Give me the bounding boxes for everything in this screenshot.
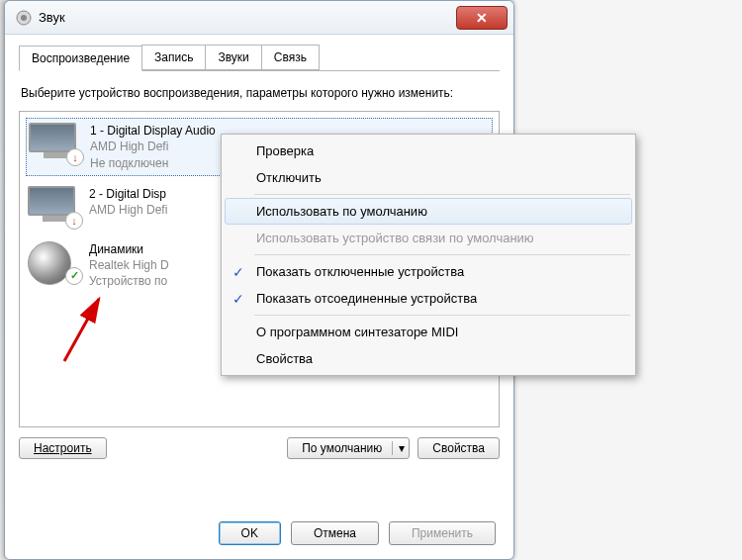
menu-about-midi[interactable]: О программном синтезаторе MIDI: [225, 319, 632, 345]
arrow-down-icon: ↓: [66, 148, 84, 166]
device-name: 2 - Digital Disp: [89, 186, 167, 202]
properties-button[interactable]: Свойства: [417, 437, 500, 459]
menu-separator: [254, 315, 630, 316]
device-text: Динамики Realtek High D Устройство по: [89, 241, 169, 290]
check-icon: ✓: [65, 267, 83, 285]
window-title: Звук: [39, 10, 456, 25]
device-sub1: Realtek High D: [89, 257, 169, 273]
menu-set-default[interactable]: Использовать по умолчанию: [225, 198, 632, 225]
tab-communications[interactable]: Связь: [261, 45, 320, 70]
context-menu: Проверка Отключить Использовать по умолч…: [221, 134, 636, 376]
device-sub1: AMD High Defi: [90, 139, 216, 154]
monitor-icon: ↓: [29, 123, 82, 164]
lower-buttons: Настроить По умолчанию ▾ Свойства: [19, 437, 500, 459]
ok-button[interactable]: OK: [219, 521, 281, 545]
titlebar: Звук ✕: [5, 1, 513, 35]
device-text: 1 - Digital Display Audio AMD High Defi …: [90, 123, 216, 171]
menu-label: Показать отсоединенные устройства: [256, 291, 477, 306]
close-button[interactable]: ✕: [456, 6, 508, 30]
check-icon: ✓: [232, 264, 244, 280]
menu-show-disconnected[interactable]: ✓ Показать отсоединенные устройства: [225, 285, 632, 312]
tab-sounds[interactable]: Звуки: [205, 45, 261, 70]
chevron-down-icon: ▾: [392, 441, 405, 455]
cancel-button[interactable]: Отмена: [291, 521, 379, 545]
tab-playback[interactable]: Воспроизведение: [19, 46, 142, 71]
device-sub1: AMD High Defi: [89, 202, 167, 218]
svg-point-1: [21, 15, 27, 21]
menu-label: Показать отключенные устройства: [256, 264, 464, 279]
close-icon: ✕: [476, 10, 488, 26]
menu-separator: [254, 194, 630, 195]
menu-test[interactable]: Проверка: [225, 138, 632, 164]
device-name: Динамики: [89, 241, 169, 257]
default-label: По умолчанию: [302, 441, 382, 455]
menu-disable[interactable]: Отключить: [225, 164, 632, 191]
device-text: 2 - Digital Disp AMD High Defi: [89, 186, 167, 218]
tab-recording[interactable]: Запись: [141, 45, 206, 70]
prompt-text: Выберите устройство воспроизведения, пар…: [21, 85, 498, 101]
device-name: 1 - Digital Display Audio: [90, 123, 216, 139]
monitor-icon: ↓: [28, 186, 81, 228]
tab-bar: Воспроизведение Запись Звуки Связь: [19, 45, 500, 71]
menu-properties[interactable]: Свойства: [225, 345, 632, 372]
device-sub2: Не подключен: [90, 155, 216, 171]
speaker-icon: ✓: [28, 241, 81, 283]
dialog-buttons: OK Отмена Применить: [219, 521, 496, 545]
menu-separator: [254, 254, 630, 255]
menu-show-disabled[interactable]: ✓ Показать отключенные устройства: [225, 258, 632, 285]
check-icon: ✓: [232, 291, 244, 307]
arrow-down-icon: ↓: [65, 212, 83, 230]
device-sub2: Устройство по: [89, 273, 169, 289]
default-button[interactable]: По умолчанию ▾: [287, 437, 410, 459]
menu-set-default-comm: Использовать устройство связи по умолчан…: [225, 225, 632, 251]
speaker-icon: [15, 9, 33, 27]
configure-button[interactable]: Настроить: [19, 437, 107, 459]
apply-button[interactable]: Применить: [389, 521, 496, 545]
